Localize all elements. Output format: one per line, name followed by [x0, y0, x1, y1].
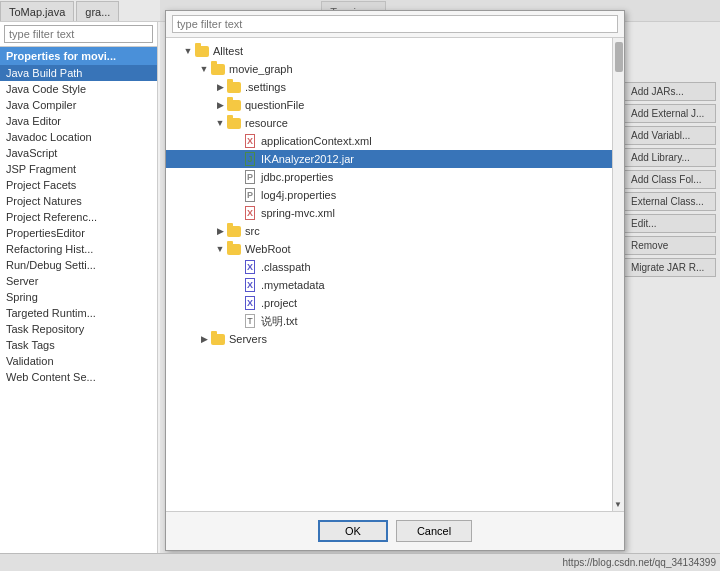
folder-resource-icon: [226, 115, 242, 131]
tree-item-servers[interactable]: ▶ Servers: [166, 330, 624, 348]
tree-item-src[interactable]: ▶ src: [166, 222, 624, 240]
nav-item-java-compiler[interactable]: Java Compiler: [0, 97, 157, 113]
dialog-buttons: OK Cancel: [166, 512, 624, 550]
project-dot-icon: X: [242, 295, 258, 311]
tree-item-log4j[interactable]: P log4j.properties: [166, 186, 624, 204]
xml-appcontext-icon: X: [242, 133, 258, 149]
tree-item-springmvc[interactable]: X spring-mvc.xml: [166, 204, 624, 222]
tree-item-readme[interactable]: T 说明.txt: [166, 312, 624, 330]
props-jdbc-icon: P: [242, 169, 258, 185]
nav-item-run-debug[interactable]: Run/Debug Setti...: [0, 257, 157, 273]
nav-item-task-tags[interactable]: Task Tags: [0, 337, 157, 353]
left-filter-input[interactable]: [4, 25, 153, 43]
txt-readme-icon: T: [242, 313, 258, 329]
tree-scrollbar-thumb[interactable]: [615, 42, 623, 72]
tree-item-mymetadata[interactable]: X .mymetadata: [166, 276, 624, 294]
dialog-overlay: ▼ Alltest ▼ movie_graph ▶ .settings: [160, 0, 720, 571]
left-filter-box: [0, 22, 157, 47]
folder-src-icon: [226, 223, 242, 239]
folder-settings-icon: [226, 79, 242, 95]
expand-webroot-icon[interactable]: ▼: [214, 244, 226, 254]
left-panel: Properties for movi... Java Build Path J…: [0, 22, 158, 571]
nav-item-properties-editor[interactable]: PropertiesEditor: [0, 225, 157, 241]
status-bar: https://blog.csdn.net/qq_34134399: [0, 553, 720, 571]
expand-settings-icon[interactable]: ▶: [214, 82, 226, 92]
expand-alltest-icon[interactable]: ▼: [182, 46, 194, 56]
scroll-down-arrow-icon[interactable]: ▼: [612, 497, 624, 511]
nav-item-targeted-runtime[interactable]: Targeted Runtim...: [0, 305, 157, 321]
dialog-filter: [166, 11, 624, 38]
tree-item-jdbc[interactable]: P jdbc.properties: [166, 168, 624, 186]
dialog-filter-input[interactable]: [172, 15, 618, 33]
jar-ikanalyzer-icon: J: [242, 151, 258, 167]
dialog: ▼ Alltest ▼ movie_graph ▶ .settings: [165, 10, 625, 551]
nav-item-java-build-path[interactable]: Java Build Path: [0, 65, 157, 81]
tree-item-settings[interactable]: ▶ .settings: [166, 78, 624, 96]
nav-list: Java Build Path Java Code Style Java Com…: [0, 65, 157, 564]
tree-item-alltest[interactable]: ▼ Alltest: [166, 42, 624, 60]
tree-scrollbar[interactable]: ▼: [612, 38, 624, 511]
expand-movie-graph-icon[interactable]: ▼: [198, 64, 210, 74]
folder-servers-icon: [210, 331, 226, 347]
props-log4j-icon: P: [242, 187, 258, 203]
expand-src-icon[interactable]: ▶: [214, 226, 226, 236]
nav-item-project-reference[interactable]: Project Referenc...: [0, 209, 157, 225]
expand-questionfile-icon[interactable]: ▶: [214, 100, 226, 110]
ok-button[interactable]: OK: [318, 520, 388, 542]
folder-questionfile-icon: [226, 97, 242, 113]
tree-item-ikanalyzer[interactable]: J IKAnalyzer2012.jar: [166, 150, 624, 168]
nav-item-spring[interactable]: Spring: [0, 289, 157, 305]
nav-item-task-repository[interactable]: Task Repository: [0, 321, 157, 337]
nav-item-refactoring-hist[interactable]: Refactoring Hist...: [0, 241, 157, 257]
project-mymetadata-icon: X: [242, 277, 258, 293]
expand-servers-icon[interactable]: ▶: [198, 334, 210, 344]
nav-item-jsp-fragment[interactable]: JSP Fragment: [0, 161, 157, 177]
cancel-button[interactable]: Cancel: [396, 520, 472, 542]
xml-springmvc-icon: X: [242, 205, 258, 221]
tree-item-classpath[interactable]: X .classpath: [166, 258, 624, 276]
project-classpath-icon: X: [242, 259, 258, 275]
expand-resource-icon[interactable]: ▼: [214, 118, 226, 128]
nav-item-project-facets[interactable]: Project Facets: [0, 177, 157, 193]
nav-item-web-content[interactable]: Web Content Se...: [0, 369, 157, 385]
tree-item-appcontext[interactable]: X applicationContext.xml: [166, 132, 624, 150]
nav-item-java-code-style[interactable]: Java Code Style: [0, 81, 157, 97]
tree-item-resource[interactable]: ▼ resource: [166, 114, 624, 132]
tree-item-project[interactable]: X .project: [166, 294, 624, 312]
nav-item-java-editor[interactable]: Java Editor: [0, 113, 157, 129]
tree-item-webroot[interactable]: ▼ WebRoot: [166, 240, 624, 258]
dialog-tree[interactable]: ▼ Alltest ▼ movie_graph ▶ .settings: [166, 38, 624, 512]
properties-header: Properties for movi...: [0, 47, 157, 65]
nav-item-javascript[interactable]: JavaScript: [0, 145, 157, 161]
folder-webroot-icon: [226, 241, 242, 257]
tab-tomap[interactable]: ToMap.java: [0, 1, 74, 21]
folder-movie-graph-icon: [210, 61, 226, 77]
nav-item-project-natures[interactable]: Project Natures: [0, 193, 157, 209]
tab-gra[interactable]: gra...: [76, 1, 119, 21]
tree-item-questionfile[interactable]: ▶ questionFile: [166, 96, 624, 114]
tree-item-movie-graph[interactable]: ▼ movie_graph: [166, 60, 624, 78]
nav-item-validation[interactable]: Validation: [0, 353, 157, 369]
nav-item-server[interactable]: Server: [0, 273, 157, 289]
nav-item-javadoc-location[interactable]: Javadoc Location: [0, 129, 157, 145]
folder-alltest-icon: [194, 43, 210, 59]
